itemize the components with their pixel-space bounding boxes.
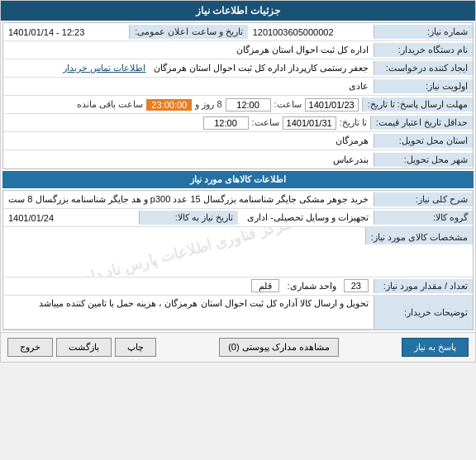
request-origin-label: ایجاد کننده درخواست: bbox=[374, 61, 473, 75]
expiry-date-value: 1401/01/31 bbox=[283, 116, 336, 130]
delivery-province-value: هرمزگان bbox=[3, 134, 374, 148]
send-date-group: 1401/01/23 ساعت: 12:00 8 روز و 23:00:00 … bbox=[3, 97, 362, 113]
info-grid: شماره نیاز: 1201003605000002 تاریخ و ساع… bbox=[2, 22, 474, 169]
share-number-row: شماره نیاز: 1201003605000002 تاریخ و ساع… bbox=[3, 23, 473, 41]
goods-details-value: مرکز فناوری اطلاعات پارس ناد داده bbox=[3, 227, 365, 277]
goods-type-row: شرح کلی نیاز: خرید جوهر مشکی جایگر شناسن… bbox=[3, 191, 473, 209]
delivery-province-label: استان محل تحویل: bbox=[374, 134, 473, 148]
goods-notes-row: توضیحات خریدار: تحویل و ارسال کالا آداره… bbox=[3, 296, 473, 330]
goods-notes-value: تحویل و ارسال کالا آداره کل ثبت احوال اس… bbox=[3, 296, 374, 311]
share-number-label: شماره نیاز: bbox=[374, 25, 473, 39]
view-docs-button[interactable]: مشاهده مدارک پیوستی (0) bbox=[219, 338, 339, 357]
delivery-city-label: شهر محل تحویل: bbox=[374, 153, 473, 167]
reply-button[interactable]: پاسخ به نیاز bbox=[402, 338, 469, 357]
section-title: جزئیات اطلاعات نیاز bbox=[196, 5, 280, 17]
priority-value: عادی bbox=[3, 79, 374, 93]
expiry-date-group: تا تاریخ: 1401/01/31 ساعت: 12:00 bbox=[3, 115, 370, 131]
goods-type-label: شرح کلی نیاز: bbox=[374, 192, 473, 206]
goods-date-value: 1401/01/24 bbox=[3, 211, 139, 225]
day-label: 8 روز و bbox=[195, 99, 221, 110]
delivery-city-row: شهر محل تحویل: بندرعباس bbox=[3, 150, 473, 168]
goods-unit-label: واحد شماری: bbox=[287, 281, 336, 291]
buyer-org-label: نام دستگاه خریدار: bbox=[374, 43, 473, 57]
goods-date-label: تاریخ نیاز به کالا: bbox=[139, 211, 238, 225]
delivery-province-row: استان محل تحویل: هرمزگان bbox=[3, 132, 473, 150]
send-date-row: مهلت ارسال پاسخ: تا تاریخ: 1401/01/23 سا… bbox=[3, 96, 473, 114]
share-number-value: 1201003605000002 bbox=[248, 26, 374, 39]
goods-qty-value: 23 bbox=[344, 279, 369, 292]
goods-details-label: مشخصات کالای مورد نیاز: bbox=[365, 227, 473, 244]
goods-qty-row: تعداد / مقدار مورد نیاز: 23 واحد شماری: … bbox=[3, 277, 473, 296]
expiry-date-label2: تا تاریخ: bbox=[340, 117, 367, 128]
buyer-org-row: نام دستگاه خریدار: اداره کل ثبت احوال اس… bbox=[3, 41, 473, 59]
goods-details-row: مشخصات کالای مورد نیاز: مرکز فناوری اطلا… bbox=[3, 227, 473, 277]
send-time-value: 12:00 bbox=[226, 98, 271, 111]
print-button[interactable]: چاپ bbox=[115, 338, 156, 357]
goods-unit-value: قلم bbox=[251, 279, 279, 292]
priority-row: اولویت نیاز: عادی bbox=[3, 78, 473, 96]
buyer-org-value: اداره کل ثبت احوال استان هرمزگان bbox=[3, 43, 374, 57]
goods-category-label: گروه کالا: bbox=[374, 211, 473, 225]
view-docs-area: مشاهده مدارک پیوستی (0) bbox=[159, 338, 398, 357]
main-container: جزئیات اطلاعات نیاز شماره نیاز: 12010036… bbox=[0, 0, 476, 363]
expiry-date-row: حداقل تاریخ اعتبار قیمت: تا تاریخ: 1401/… bbox=[3, 114, 473, 132]
request-origin-value: جعفر رستمی کارپرداز اداره کل ثبت احوال ا… bbox=[3, 61, 374, 75]
datetime-value: 1401/01/14 - 12:23 bbox=[3, 26, 129, 39]
goods-category-value: تجهیزات و وسایل تحصیلی- اداری bbox=[238, 211, 374, 225]
send-time-label: ساعت: bbox=[274, 99, 302, 110]
goods-section: شرح کلی نیاز: خرید جوهر مشکی جایگر شناسن… bbox=[2, 190, 474, 330]
watermark-text: مرکز فناوری اطلاعات پارس ناد داده bbox=[75, 227, 293, 277]
delivery-city-value: بندرعباس bbox=[3, 153, 374, 167]
send-date-value: 1401/01/23 bbox=[305, 98, 359, 111]
back-button[interactable]: بازگشت bbox=[56, 338, 112, 357]
hour-value: 23:00:00 bbox=[146, 99, 192, 111]
request-origin-row: ایجاد کننده درخواست: جعفر رستمی کارپرداز… bbox=[3, 59, 473, 78]
goods-title: اطلاعات کالاهای مورد نیاز bbox=[190, 174, 286, 184]
goods-type-value: خرید جوهر مشکی جایگر شناسنامه بزرگسال 15… bbox=[3, 192, 374, 206]
expiry-time-label: ساعت: bbox=[252, 117, 279, 128]
goods-qty-label: تعداد / مقدار مورد نیاز: bbox=[374, 279, 473, 293]
send-date-label: مهلت ارسال پاسخ: تا تاریخ: bbox=[362, 97, 473, 111]
section-header: جزئیات اطلاعات نیاز bbox=[1, 1, 475, 21]
contact-link[interactable]: اطلاعات تماس خریدار bbox=[63, 63, 145, 73]
hour-label: ساعت باقی مانده bbox=[77, 99, 143, 110]
goods-section-header: اطلاعات کالاهای مورد نیاز bbox=[2, 171, 474, 188]
expiry-time-value: 12:00 bbox=[203, 116, 249, 130]
expiry-date-label: حداقل تاریخ اعتبار قیمت: bbox=[370, 116, 473, 130]
goods-notes-label: توضیحات خریدار: bbox=[374, 296, 473, 329]
exit-button[interactable]: خروج bbox=[7, 338, 53, 357]
priority-label: اولویت نیاز: bbox=[374, 79, 473, 93]
goods-qty-group: 23 واحد شماری: قلم bbox=[3, 279, 374, 293]
request-origin-text: جعفر رستمی کارپرداز اداره کل ثبت احوال ا… bbox=[154, 63, 369, 73]
datetime-label: تاریخ و ساعت اعلان عمومی: bbox=[129, 25, 247, 39]
goods-category-row: گروه کالا: تجهیزات و وسایل تحصیلی- اداری… bbox=[3, 209, 473, 227]
bottom-buttons: پاسخ به نیاز مشاهده مدارک پیوستی (0) چاپ… bbox=[1, 332, 475, 362]
